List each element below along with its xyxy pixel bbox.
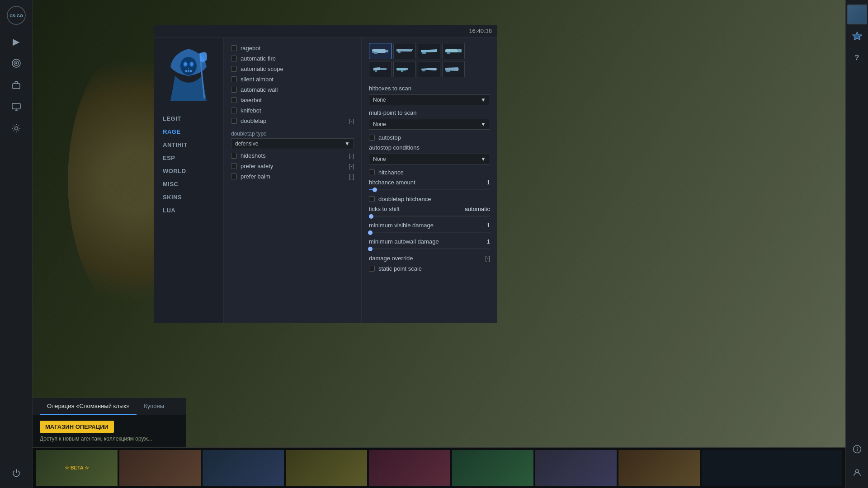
automatic-fire-checkbox[interactable] (231, 56, 237, 61)
automatic-scope-checkbox[interactable] (231, 66, 237, 72)
weapon-btn-2[interactable] (418, 43, 440, 59)
nav-item-rage[interactable]: RAGE (154, 125, 223, 138)
hitboxes-scan-select-row: None ▼ (369, 94, 490, 105)
bottom-content: МАГАЗИН ОПЕРАЦИИ Доступ к новым агентам,… (33, 415, 186, 447)
doubletap-type-dropdown[interactable]: defensive ▼ (231, 138, 354, 149)
thumb-6[interactable] (452, 450, 533, 486)
thumb-2[interactable] (119, 450, 201, 486)
min-visible-damage-handle[interactable] (368, 230, 373, 235)
weapon-btn-1[interactable] (393, 43, 416, 59)
tab-coupons[interactable]: Купоны (137, 398, 171, 415)
prefer-safety-row: prefer safety [-] (231, 161, 354, 171)
ragebot-checkbox[interactable] (231, 45, 237, 51)
info-icon[interactable] (847, 439, 867, 459)
svg-rect-6 (12, 103, 20, 109)
play-icon[interactable]: ▶ (6, 32, 26, 52)
autostop-conditions-label: autostop conditions (369, 144, 490, 151)
multipoint-arrow: ▼ (481, 121, 486, 127)
right-options: hitboxes to scan None ▼ multi-point to s… (362, 38, 497, 323)
nav-item-esp[interactable]: ESP (154, 151, 223, 164)
thumbnails-row: ☆ BETA ☆ (33, 447, 845, 488)
weapon-btn-4[interactable] (369, 61, 392, 77)
svg-rect-36 (380, 68, 387, 70)
hitchance-label: hitchance (378, 169, 404, 176)
clock: 16:40:38 (469, 28, 492, 34)
taserbot-checkbox[interactable] (231, 97, 237, 103)
operation-banner[interactable]: МАГАЗИН ОПЕРАЦИИ (40, 421, 114, 433)
svg-rect-30 (398, 52, 401, 53)
svg-rect-33 (445, 49, 458, 52)
nav-item-antihit[interactable]: ANTIHIT (154, 138, 223, 151)
ragebot-row: ragebot (231, 43, 354, 53)
prefer-baim-row: prefer baim [-] (231, 171, 354, 182)
hitchance-checkbox[interactable] (369, 169, 375, 175)
prefer-baim-checkbox[interactable] (231, 174, 237, 179)
doubletap-label: doubletap (241, 117, 266, 124)
thumb-1[interactable]: ☆ BETA ☆ (36, 450, 118, 486)
multipoint-select-row: None ▼ (369, 119, 490, 130)
svg-rect-5 (13, 84, 20, 89)
thumb-7[interactable] (535, 450, 617, 486)
weapon-btn-0[interactable] (369, 43, 392, 59)
weapon-btn-7[interactable] (442, 61, 465, 77)
doubletap-hitchance-checkbox[interactable] (369, 196, 375, 202)
min-autowall-damage-handle[interactable] (368, 247, 373, 251)
knifebot-checkbox[interactable] (231, 108, 237, 113)
ticks-shift-label: ticks to shift (369, 206, 462, 212)
min-autowall-damage-slider[interactable] (369, 248, 490, 249)
nav-item-skins[interactable]: SKINS (154, 191, 223, 204)
silent-aimbot-row: silent aimbot (231, 74, 354, 84)
autostop-checkbox[interactable] (369, 135, 375, 141)
dropdown-arrow: ▼ (344, 141, 350, 147)
nav-item-legit[interactable]: LEGIT (154, 112, 223, 125)
power-icon[interactable] (6, 463, 26, 483)
prefer-baim-label: prefer baim (241, 173, 270, 180)
weapon-btn-3[interactable] (442, 43, 465, 59)
hitboxes-scan-select[interactable]: None ▼ (369, 94, 490, 105)
tab-operation[interactable]: Операция «Сломанный клык» (40, 398, 137, 415)
silent-aimbot-label: silent aimbot (241, 76, 274, 83)
hitchance-amount-slider[interactable] (369, 189, 490, 190)
svg-rect-37 (375, 70, 377, 72)
multipoint-select[interactable]: None ▼ (369, 119, 490, 130)
automatic-wall-checkbox[interactable] (231, 87, 237, 93)
hitchance-amount-handle[interactable] (373, 188, 377, 192)
nav-item-misc[interactable]: MISC (154, 178, 223, 191)
weapon-btn-6[interactable] (418, 61, 440, 77)
nav-item-lua[interactable]: LUA (154, 204, 223, 217)
rank-icon (849, 28, 865, 44)
svg-text:CS:GO: CS:GO (9, 14, 23, 18)
autostop-conditions-select[interactable]: None ▼ (369, 154, 490, 164)
tv-icon[interactable] (6, 97, 26, 117)
hitboxes-scan-label: hitboxes to scan (369, 85, 490, 92)
panel-body: LEGIT RAGE ANTIHIT ESP WORLD MISC SKINS … (154, 38, 497, 323)
static-point-scale-checkbox[interactable] (369, 266, 375, 272)
ticks-shift-slider[interactable] (369, 216, 490, 217)
thumb-5[interactable] (369, 450, 450, 486)
nav-item-world[interactable]: WORLD (154, 164, 223, 178)
settings-icon[interactable] (6, 118, 26, 138)
autostop-row: autostop (369, 132, 490, 143)
radio-icon[interactable] (6, 53, 26, 73)
thumb-3[interactable] (203, 450, 284, 486)
svg-point-4 (15, 62, 17, 64)
user-icon[interactable] (847, 463, 867, 483)
ticks-shift-handle[interactable] (369, 214, 373, 219)
weapon-btn-5[interactable] (393, 61, 416, 77)
min-autowall-damage-value: 1 (481, 238, 490, 245)
svg-rect-26 (386, 50, 388, 52)
autostop-conditions-value: None (373, 156, 386, 162)
damage-override-label: damage override (369, 255, 413, 262)
question-icon[interactable]: ? (847, 48, 867, 68)
min-visible-damage-slider[interactable] (369, 232, 490, 233)
prefer-safety-checkbox[interactable] (231, 163, 237, 169)
hideshots-checkbox[interactable] (231, 153, 237, 159)
static-point-scale-row: static point scale (369, 263, 490, 274)
thumb-4[interactable] (286, 450, 367, 486)
briefcase-icon[interactable] (6, 75, 26, 95)
silent-aimbot-checkbox[interactable] (231, 76, 237, 82)
thumb-8[interactable] (618, 450, 700, 486)
doubletap-checkbox[interactable] (231, 118, 237, 124)
svg-point-14 (857, 447, 858, 448)
hitchance-amount-value: 1 (481, 179, 490, 186)
